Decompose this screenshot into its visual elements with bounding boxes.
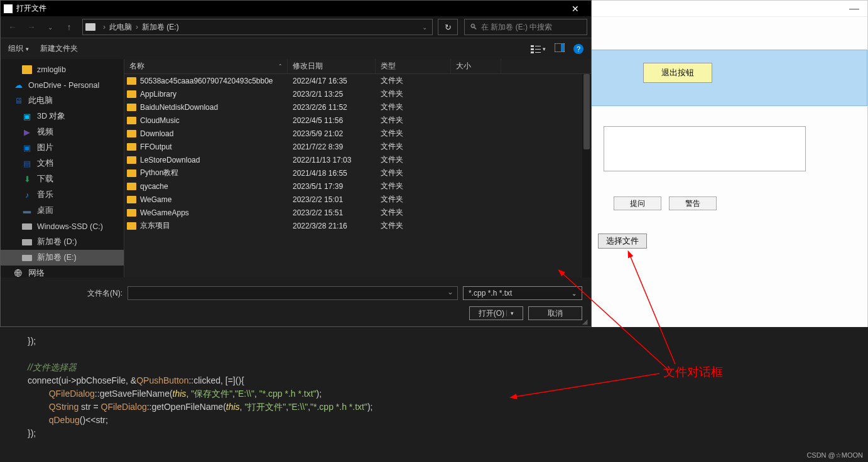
dialog-footer: 文件名(N): *.cpp *.h *.txt⌄ 打开(O) ▾ 取消 [1,277,591,325]
file-row[interactable]: WeGame2023/2/2 15:01文件夹 [124,193,591,206]
file-row[interactable]: Python教程2021/4/18 16:55文件夹 [124,166,591,180]
breadcrumb-pc[interactable]: 此电脑 [109,22,132,33]
folder-icon [127,130,136,137]
folder-icon [127,104,136,111]
code-editor: }); //文件选择器 connect(ui->pbChoseFile, &QP… [0,327,868,462]
column-headers: 名称˄ 修改日期 类型 大小 [124,59,591,74]
sidebar-item[interactable]: ▤文档 [1,156,124,171]
folder-icon [127,183,136,190]
navigation-bar: ← → ⌄ ↑ › 此电脑 › 新加卷 (E:) ⌄ ↻ 🔍︎ 在 新加卷 (E… [1,16,591,38]
warn-button[interactable]: 警告 [669,196,717,210]
close-button[interactable]: ✕ [563,1,588,16]
folder-icon [127,222,136,230]
svg-rect-3 [535,49,541,50]
sidebar: zmloglib☁OneDrive - Personal🖥︎此电脑▣3D 对象▶… [1,59,124,277]
sidebar-item[interactable]: ♪音乐 [1,187,124,203]
file-row[interactable]: 50538ac45caaa9607907420493c5bb0e2022/4/1… [124,74,591,87]
col-name[interactable]: 名称˄ [124,59,288,73]
col-type[interactable]: 类型 [376,59,451,73]
sidebar-item[interactable]: ▶视频 [1,124,124,140]
sidebar-item[interactable]: 新加卷 (E:) [1,250,124,266]
folder-icon [127,117,136,124]
annotation-label: 文件对话框 [663,364,723,380]
new-folder-button[interactable]: 新建文件夹 [40,43,78,54]
organize-menu[interactable]: 组织▾ [8,43,29,54]
ask-button[interactable]: 提问 [614,196,661,210]
folder-icon [127,143,136,151]
breadcrumb-drive[interactable]: 新加卷 (E:) [142,22,179,33]
folder-icon [127,209,136,217]
app-icon [4,4,13,13]
file-row[interactable]: AppLibrary2023/2/1 13:25文件夹 [124,87,591,100]
sidebar-item[interactable]: zmloglib [1,62,124,77]
address-dropdown-icon[interactable]: ⌄ [422,24,427,31]
chevron-down-icon: ⌄ [572,290,577,297]
file-filter-select[interactable]: *.cpp *.h *.txt⌄ [463,286,582,300]
filename-label: 文件名(N): [9,288,122,299]
vertical-scrollbar[interactable] [582,74,591,277]
file-row[interactable]: FFOutput2021/7/22 8:39文件夹 [124,140,591,153]
sidebar-item[interactable]: ⬇下载 [1,171,124,187]
dialog-toolbar: 组织▾ 新建文件夹 ▾ ? [1,38,591,59]
file-row[interactable]: qycache2023/5/1 17:39文件夹 [124,180,591,193]
help-icon[interactable]: ? [573,44,583,54]
search-icon: 🔍︎ [470,23,477,31]
dialog-titlebar: 打开文件 ✕ [1,1,591,16]
sidebar-item[interactable]: Windows-SSD (C:) [1,218,124,234]
sidebar-item[interactable]: ☁OneDrive - Personal [1,77,124,93]
sidebar-item[interactable]: ▣3D 对象 [1,109,124,124]
svg-rect-0 [531,45,534,47]
up-button[interactable]: ↑ [61,19,77,35]
refresh-button[interactable]: ↻ [438,19,458,35]
sidebar-item[interactable]: ▣图片 [1,140,124,156]
sidebar-item[interactable]: 🌐︎网络 [1,266,124,277]
search-placeholder: 在 新加卷 (E:) 中搜索 [481,22,552,33]
text-input-box[interactable] [604,126,806,171]
svg-rect-7 [561,44,564,51]
folder-icon [127,90,136,98]
address-bar[interactable]: › 此电脑 › 新加卷 (E:) ⌄ [82,19,433,35]
dialog-title: 打开文件 [16,3,46,14]
col-date[interactable]: 修改日期 [288,59,376,73]
filename-input[interactable] [127,286,458,300]
cancel-button[interactable]: 取消 [528,306,582,320]
svg-rect-5 [535,52,541,53]
resize-grip[interactable]: ◢ [582,318,590,325]
svg-rect-1 [535,46,541,46]
exit-button[interactable]: 退出按钮 [643,63,712,83]
file-row[interactable]: BaiduNetdiskDownload2023/2/26 11:52文件夹 [124,100,591,114]
file-row[interactable]: WeGameApps2023/2/2 15:51文件夹 [124,206,591,219]
file-row[interactable]: CloudMusic2022/4/5 11:56文件夹 [124,114,591,127]
svg-rect-2 [531,48,534,50]
minimize-icon[interactable]: — [845,3,864,14]
search-input[interactable]: 🔍︎ 在 新加卷 (E:) 中搜索 [464,19,587,35]
back-button[interactable]: ← [4,19,21,35]
sidebar-item[interactable]: ▬桌面 [1,203,124,218]
button-strip: 提问 警告 [614,196,717,210]
drive-icon [85,23,95,31]
preview-pane-icon[interactable] [555,43,565,54]
folder-icon [127,196,136,203]
sidebar-item[interactable]: 新加卷 (D:) [1,234,124,250]
open-button[interactable]: 打开(O) ▾ [469,306,523,320]
file-row[interactable]: 京东项目2022/3/28 21:16文件夹 [124,219,591,232]
view-mode-icon[interactable]: ▾ [531,45,546,53]
file-list: 名称˄ 修改日期 类型 大小 50538ac45caaa960790742049… [124,59,591,277]
watermark: CSDN @☆MOON [806,451,863,459]
file-row[interactable]: LeStoreDownload2022/11/13 17:03文件夹 [124,153,591,166]
file-open-dialog: 打开文件 ✕ ← → ⌄ ↑ › 此电脑 › 新加卷 (E:) ⌄ ↻ 🔍︎ 在… [0,0,592,327]
recent-dropdown[interactable]: ⌄ [42,19,58,35]
sort-indicator-icon: ˄ [279,63,282,70]
svg-rect-4 [531,51,534,53]
sidebar-item[interactable]: 🖥︎此电脑 [1,93,124,109]
choose-file-button[interactable]: 选择文件 [598,234,647,249]
forward-button[interactable]: → [23,19,40,35]
folder-icon [127,77,136,85]
folder-icon [127,169,136,177]
folder-icon [127,156,136,164]
file-row[interactable]: Download2023/5/9 21:02文件夹 [124,127,591,140]
col-size[interactable]: 大小 [451,59,501,73]
